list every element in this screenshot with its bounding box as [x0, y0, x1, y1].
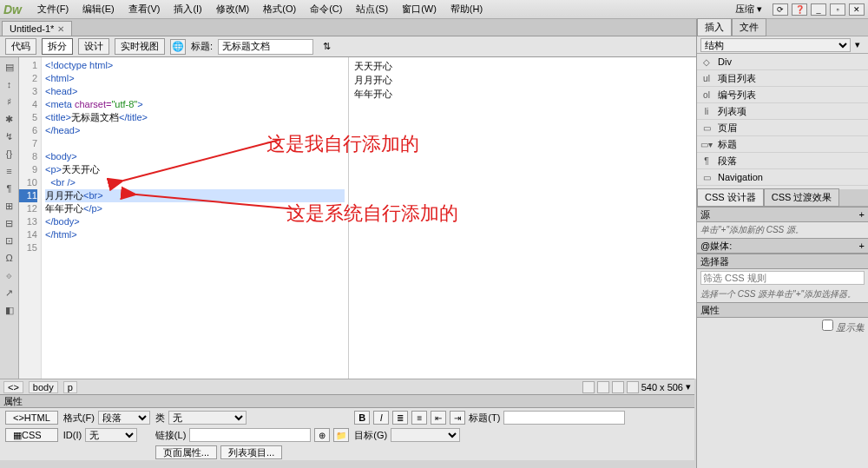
sort-icon[interactable]: ⇅	[319, 39, 334, 55]
tool-icon[interactable]: ⟐	[2, 267, 17, 283]
bold-button[interactable]: B	[354, 411, 370, 425]
add-source-button[interactable]: +	[859, 209, 865, 220]
menu-view[interactable]: 查看(V)	[122, 1, 168, 17]
id-select[interactable]: 无	[85, 428, 137, 442]
viewport-size[interactable]: 540 x 506	[641, 382, 683, 392]
insert-item[interactable]: ◇Div	[697, 54, 868, 70]
show-set-checkbox[interactable]: 显示集	[822, 322, 865, 333]
menu-site[interactable]: 站点(S)	[349, 1, 395, 17]
menu-modify[interactable]: 修改(M)	[209, 1, 257, 17]
properties-title[interactable]: 属性	[0, 394, 694, 408]
indent-button[interactable]: ⇥	[450, 411, 465, 425]
ol-button[interactable]: ≡	[411, 411, 427, 425]
title-input[interactable]	[218, 39, 313, 55]
insert-item[interactable]: ¶段落	[697, 153, 868, 169]
tool-icon[interactable]: ⊡	[2, 233, 17, 248]
css-transition-tab[interactable]: CSS 过渡效果	[764, 188, 840, 207]
structure-select[interactable]: 结构	[700, 38, 851, 52]
tool-icon[interactable]: ¶	[2, 181, 17, 196]
tool-icon[interactable]: ◧	[2, 302, 17, 318]
status-bar: <> body p 540 x 506 ▾	[0, 379, 694, 394]
tool-icon[interactable]: ▤	[2, 59, 17, 75]
insert-item[interactable]: ▭Navigation	[697, 169, 868, 186]
media-title: @媒体:	[700, 240, 732, 253]
tool-icon[interactable]: ↗	[2, 285, 17, 300]
code-text[interactable]: <!doctype html><html><head><meta charset…	[42, 57, 348, 379]
title-input[interactable]	[503, 411, 625, 425]
live-view-button[interactable]: 实时视图	[115, 38, 165, 55]
help-icon[interactable]: ❓	[792, 3, 807, 16]
document-tab[interactable]: Untitled-1* ✕	[2, 21, 72, 36]
split-view-button[interactable]: 拆分	[42, 38, 73, 55]
minimize-button[interactable]: _	[811, 3, 826, 16]
close-button[interactable]: ✕	[849, 3, 865, 16]
tool-icon[interactable]: ↯	[2, 129, 17, 144]
tag-crumb[interactable]: body	[29, 381, 58, 393]
insert-item[interactable]: li列表项	[697, 103, 868, 120]
target-select[interactable]	[391, 428, 460, 442]
ul-button[interactable]: ≣	[392, 411, 408, 425]
tool-icon[interactable]: {}	[2, 146, 17, 161]
format-select[interactable]: 段落	[98, 411, 150, 425]
maximize-button[interactable]: ▫	[830, 3, 845, 16]
item-icon: ¶	[700, 155, 713, 167]
add-media-button[interactable]: +	[859, 241, 865, 251]
italic-button[interactable]: I	[373, 411, 389, 425]
menu-commands[interactable]: 命令(C)	[303, 1, 349, 17]
device-icon[interactable]	[627, 381, 639, 393]
tag-selector-icon[interactable]: <>	[3, 381, 23, 393]
device-icon[interactable]	[612, 381, 624, 393]
code-pane[interactable]: 123456789101112131415 <!doctype html><ht…	[19, 57, 349, 379]
target-label: 目标(G)	[354, 429, 387, 442]
insert-item[interactable]: ▭▾标题	[697, 136, 868, 153]
css-designer-tab[interactable]: CSS 设计器	[697, 188, 764, 207]
menu-insert[interactable]: 插入(I)	[167, 1, 208, 17]
id-label: ID(I)	[63, 430, 82, 440]
device-icon[interactable]	[582, 381, 595, 393]
menu-help[interactable]: 帮助(H)	[444, 1, 490, 17]
menu-window[interactable]: 窗口(W)	[395, 1, 444, 17]
globe-icon[interactable]: 🌐	[170, 39, 186, 55]
files-panel-tab[interactable]: 文件	[732, 18, 766, 36]
code-toolbar: ▤ ↕ ♯ ✱ ↯ {} ≡ ¶ ⊞ ⊟ ⊡ Ω ⟐ ↗ ◧	[0, 57, 19, 379]
insert-item[interactable]: ▭页眉	[697, 120, 868, 136]
page-properties-button[interactable]: 页面属性...	[155, 445, 217, 459]
chevron-down-icon: ▾	[851, 39, 865, 50]
tool-icon[interactable]: ≡	[2, 163, 17, 179]
html-mode-button[interactable]: <> HTML	[5, 411, 58, 425]
insert-panel-tab[interactable]: 插入	[697, 18, 732, 36]
link-browse-icon[interactable]: ⊕	[314, 428, 330, 442]
sync-icon[interactable]: ⟳	[773, 3, 788, 16]
selector-filter-input[interactable]	[700, 271, 865, 285]
tag-crumb[interactable]: p	[63, 381, 77, 393]
css-mode-button[interactable]: ▦ CSS	[5, 428, 58, 442]
insert-item[interactable]: ul项目列表	[697, 70, 868, 87]
design-view-button[interactable]: 设计	[78, 38, 109, 55]
class-select[interactable]: 无	[168, 411, 247, 425]
menu-edit[interactable]: 编辑(E)	[76, 1, 122, 17]
link-input[interactable]	[189, 428, 311, 442]
layout-switcher[interactable]: 压缩 ▾	[728, 1, 769, 17]
tool-icon[interactable]: ↕	[2, 76, 17, 92]
tool-icon[interactable]: ⊞	[2, 198, 17, 214]
title-label: 标题(T)	[469, 412, 500, 425]
list-item-button[interactable]: 列表项目...	[220, 445, 282, 459]
outdent-button[interactable]: ⇤	[431, 411, 446, 425]
tool-icon[interactable]: Ω	[2, 250, 17, 266]
device-icon[interactable]	[597, 381, 609, 393]
selectors-title: 选择器	[700, 255, 729, 268]
code-view-button[interactable]: 代码	[5, 38, 36, 55]
link-folder-icon[interactable]: 📁	[333, 428, 349, 442]
item-label: 编号列表	[718, 89, 756, 102]
menu-file[interactable]: 文件(F)	[30, 1, 76, 17]
close-icon[interactable]: ✕	[57, 24, 64, 34]
item-label: 列表项	[718, 105, 746, 118]
menu-format[interactable]: 格式(O)	[256, 1, 303, 17]
tool-icon[interactable]: ♯	[2, 94, 17, 109]
preview-line: 天天开心	[354, 61, 392, 71]
insert-item[interactable]: ol编号列表	[697, 87, 868, 103]
tool-icon[interactable]: ✱	[2, 111, 17, 127]
item-icon: ▭	[700, 171, 713, 183]
tool-icon[interactable]: ⊟	[2, 215, 17, 231]
line-gutter: 123456789101112131415	[19, 57, 42, 379]
